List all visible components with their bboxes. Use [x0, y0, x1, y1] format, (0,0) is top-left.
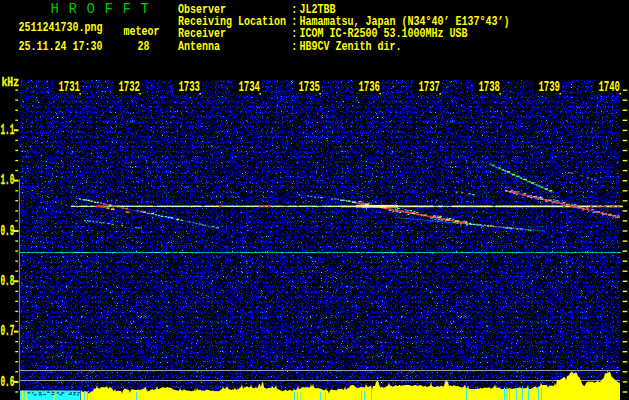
svg-text:meteor: meteor: [124, 24, 160, 39]
svg-text:1739: 1739: [538, 79, 560, 95]
svg-text:1738: 1738: [478, 79, 500, 95]
svg-text:1.0: 1.0: [1, 172, 15, 189]
svg-text:H R O F F T: H R O F F T: [51, 1, 150, 17]
svg-text:28: 28: [138, 39, 150, 54]
svg-text:0.8: 0.8: [1, 273, 15, 290]
svg-text:1.1: 1.1: [1, 122, 15, 139]
svg-text:25.11.24 17:30: 25.11.24 17:30: [19, 39, 103, 54]
svg-text:1733: 1733: [178, 79, 200, 95]
svg-text:kHz: kHz: [2, 75, 20, 90]
svg-text:2511241730.png: 2511241730.png: [19, 20, 103, 35]
svg-text:1740: 1740: [598, 79, 620, 95]
svg-text:1734: 1734: [238, 79, 260, 95]
svg-text:0.9: 0.9: [1, 223, 15, 240]
svg-text:1737: 1737: [418, 79, 440, 95]
svg-text:1731: 1731: [58, 79, 80, 95]
svg-text:1735: 1735: [298, 79, 320, 95]
svg-text:HB9CV Zenith dir.: HB9CV Zenith dir.: [300, 39, 402, 54]
svg-text:1732: 1732: [118, 79, 140, 95]
svg-text:0.7: 0.7: [1, 323, 15, 340]
svg-text::: :: [291, 39, 297, 54]
svg-text:1736: 1736: [358, 79, 380, 95]
svg-text:Antenna: Antenna: [178, 39, 220, 54]
svg-text:0.6: 0.6: [1, 374, 15, 391]
